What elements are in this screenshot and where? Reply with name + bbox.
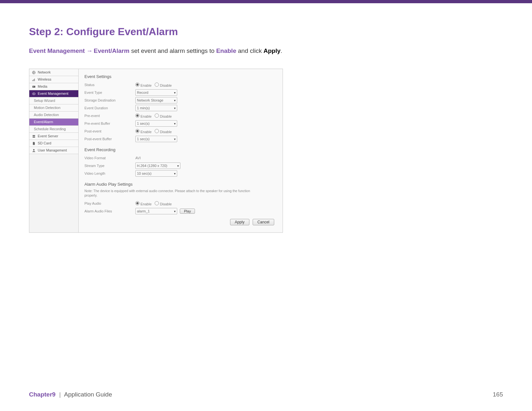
sidebar-item-label: User Management — [38, 147, 67, 154]
chevron-down-icon: ▾ — [174, 99, 176, 102]
header-bar — [0, 0, 532, 3]
eye-icon — [32, 92, 36, 96]
svg-point-5 — [33, 86, 34, 87]
post-event-enable-radio[interactable] — [135, 129, 140, 133]
footer-separator: | — [59, 391, 61, 398]
sidebar-item-label: Network — [38, 69, 51, 76]
post-event-buffer-select[interactable]: 1 sec(s)▾ — [135, 136, 177, 142]
svg-rect-8 — [33, 135, 35, 136]
instr-mid: set event and alarm settings to — [131, 47, 216, 54]
sidebar-item-label: SD Card — [38, 140, 51, 147]
pre-event-buffer-label: Pre-event Buffer — [84, 122, 135, 125]
sidebar-item-label: Event/Alarm — [34, 119, 53, 125]
storage-dest-label: Storage Destination — [84, 98, 135, 102]
sidebar-item-event-alarm[interactable]: Event/Alarm — [29, 119, 78, 126]
media-icon — [32, 85, 36, 89]
sdcard-icon — [32, 142, 36, 145]
chevron-down-icon: ▾ — [174, 91, 176, 94]
alarm-audio-files-label: Alarm Audio Files — [84, 209, 135, 213]
sidebar-item-label: Event Management — [38, 90, 68, 97]
storage-dest-select[interactable]: Network Storage▾ — [135, 97, 177, 103]
globe-icon — [32, 71, 36, 74]
pre-event-label: Pre-event — [84, 114, 135, 118]
server-icon — [32, 134, 36, 138]
pre-event-buffer-select[interactable]: 1 sec(s)▾ — [135, 120, 177, 127]
sidebar-item-user-mgmt[interactable]: User Management — [29, 147, 78, 154]
apply-button[interactable]: Apply — [230, 219, 249, 225]
signal-icon — [32, 78, 36, 82]
sidebar-item-event-mgmt[interactable]: Event Management — [29, 90, 78, 97]
sidebar-item-schedule-recording[interactable]: Schedule Recording — [29, 126, 78, 133]
status-enable-radio[interactable] — [135, 83, 140, 87]
video-format-value: AVI — [135, 156, 174, 160]
settings-screenshot: NetworkWirelessMediaEvent ManagementSetu… — [29, 69, 283, 233]
svg-rect-1 — [33, 80, 33, 81]
video-length-label: Video Length — [84, 171, 135, 175]
play-audio-disable-radio[interactable] — [155, 201, 159, 205]
kw-enable: Enable — [216, 47, 236, 54]
page-number: 165 — [493, 391, 503, 398]
video-length-select[interactable]: 10 sec(s)▾ — [135, 170, 177, 177]
sidebar-item-motion-detection[interactable]: Motion Detection — [29, 104, 78, 112]
chevron-down-icon: ▾ — [174, 106, 176, 110]
play-audio-radio-group[interactable]: Enable Disable — [135, 201, 172, 206]
chevron-down-icon: ▾ — [174, 137, 176, 141]
alarm-audio-heading: Alarm Audio Play Settings — [84, 182, 277, 187]
sidebar-item-event-server[interactable]: Event Server — [29, 133, 78, 140]
svg-rect-3 — [34, 79, 35, 81]
chevron-down-icon: ▾ — [174, 172, 176, 175]
footer-chapter: Chapter9 — [29, 391, 55, 398]
settings-panel: Event Settings Status Enable Disable Eve… — [79, 69, 283, 232]
sidebar-item-label: Audio Detection — [34, 112, 59, 118]
instruction-text: Event Management → Event/Alarm set event… — [29, 47, 503, 54]
kw-event-management: Event Management — [29, 47, 85, 54]
video-format-label: Video Format — [84, 156, 135, 160]
kw-event-alarm: Event/Alarm — [94, 47, 130, 54]
post-event-buffer-label: Post-event Buffer — [84, 137, 135, 141]
sidebar-item-setup-wizard[interactable]: Setup Wizard — [29, 97, 78, 104]
sidebar-item-sd-card[interactable]: SD Card — [29, 140, 78, 147]
status-disable-radio[interactable] — [155, 83, 159, 87]
user-icon — [32, 149, 36, 152]
chevron-down-icon: ▾ — [174, 122, 176, 125]
status-radio-group[interactable]: Enable Disable — [135, 83, 172, 87]
stream-type-label: Stream Type — [84, 164, 135, 168]
svg-rect-2 — [34, 79, 34, 81]
sidebar-item-label: Setup Wizard — [34, 97, 55, 104]
instr-mid2: and click — [238, 47, 264, 54]
post-event-label: Post-event — [84, 129, 135, 133]
event-settings-heading: Event Settings — [84, 74, 277, 79]
sidebar-item-audio-detection[interactable]: Audio Detection — [29, 112, 78, 119]
pre-event-radio-group[interactable]: Enable Disable — [135, 113, 172, 118]
sidebar-item-media[interactable]: Media — [29, 83, 78, 90]
pre-event-enable-radio[interactable] — [135, 113, 140, 118]
instr-end: . — [281, 47, 282, 54]
cancel-button[interactable]: Cancel — [253, 219, 274, 225]
sidebar-item-wireless[interactable]: Wireless — [29, 76, 78, 83]
kw-apply-bold: Apply — [264, 47, 281, 54]
stream-type-select[interactable]: H.264 (1280 x 720)▾ — [135, 162, 180, 169]
event-type-select[interactable]: Record▾ — [135, 89, 177, 96]
sidebar: NetworkWirelessMediaEvent ManagementSetu… — [29, 69, 79, 232]
post-event-disable-radio[interactable] — [155, 129, 159, 133]
alarm-audio-files-select[interactable]: alarm_1▾ — [135, 208, 177, 214]
play-audio-enable-radio[interactable] — [135, 201, 140, 205]
svg-rect-9 — [33, 136, 35, 137]
alarm-audio-note: Note: The device is equipped with extern… — [84, 189, 252, 198]
status-label: Status — [84, 83, 135, 87]
sidebar-item-label: Wireless — [38, 76, 51, 83]
event-duration-label: Event Duration — [84, 106, 135, 110]
sidebar-item-network[interactable]: Network — [29, 69, 78, 76]
event-duration-select[interactable]: 1 min(s)▾ — [135, 105, 177, 111]
footer-guide: Application Guide — [64, 391, 112, 398]
play-button[interactable]: Play — [180, 209, 195, 214]
chevron-down-icon: ▾ — [174, 210, 176, 213]
sidebar-item-label: Motion Detection — [34, 104, 61, 111]
post-event-radio-group[interactable]: Enable Disable — [135, 129, 172, 134]
pre-event-disable-radio[interactable] — [155, 113, 159, 118]
page-footer: Chapter9 | Application Guide 165 — [29, 391, 503, 398]
svg-point-10 — [33, 149, 35, 151]
sidebar-item-label: Media — [38, 83, 47, 90]
svg-rect-4 — [33, 86, 35, 88]
arrow-icon: → — [86, 47, 93, 54]
